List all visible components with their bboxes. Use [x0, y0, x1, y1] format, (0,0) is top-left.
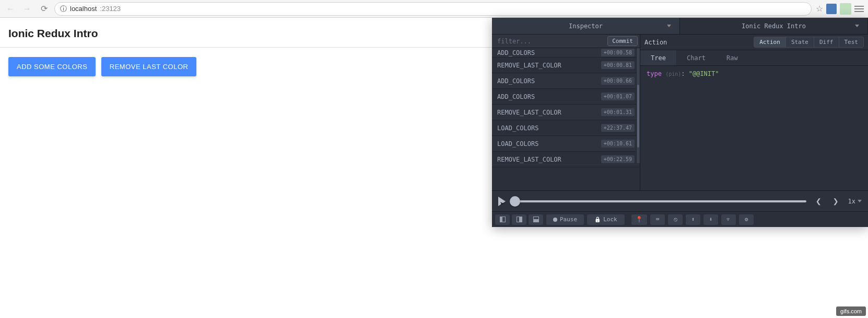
action-time: +00:01.31: [601, 108, 635, 116]
settings-button[interactable]: ⚙: [739, 214, 754, 225]
action-name: REMOVE_LAST_COLOR: [497, 109, 561, 116]
bottom-toolbar: Pause Lock 📍 ⌨ ⦸ ⬆ ⬇ ᯤ ⚙: [492, 211, 868, 227]
add-colors-button[interactable]: ADD SOME COLORS: [8, 57, 96, 76]
inspector-tab[interactable]: Inspector: [492, 18, 680, 34]
devtools-top-tabs: Inspector Ionic Redux Intro: [492, 18, 868, 35]
url-bar[interactable]: ⓘ localhost:23123: [54, 2, 812, 16]
tree-content: type (pin): "@@INIT": [640, 66, 868, 190]
format-tabs: Tree Chart Raw: [640, 50, 868, 66]
redux-devtools-panel: Inspector Ionic Redux Intro Commit ADD_C…: [492, 18, 868, 227]
layout-right-icon: [517, 217, 522, 222]
bookmark-star-icon[interactable]: ☆: [816, 4, 823, 14]
format-chart-tab[interactable]: Chart: [676, 50, 716, 65]
actions-scrollbar[interactable]: [636, 48, 640, 163]
action-row[interactable]: LOAD_COLORS +00:10.61: [492, 136, 640, 152]
commit-button[interactable]: Commit: [607, 36, 638, 46]
action-row[interactable]: REMOVE_LAST_COLOR +00:00.81: [492, 58, 640, 73]
actions-list[interactable]: ADD_COLORS +00:00.58 REMOVE_LAST_COLOR +…: [492, 48, 640, 190]
action-name: LOAD_COLORS: [497, 140, 538, 147]
pin-button[interactable]: 📍: [631, 214, 647, 225]
step-back-button[interactable]: ❮: [814, 196, 824, 207]
lock-changes-button[interactable]: Lock: [587, 214, 625, 225]
actions-pane: Commit ADD_COLORS +00:00.58 REMOVE_LAST_…: [492, 35, 640, 190]
action-row[interactable]: ADD_COLORS +00:01.07: [492, 89, 640, 105]
action-row[interactable]: REMOVE_LAST_COLOR +00:22.59: [492, 152, 640, 167]
playback-speed[interactable]: 1x: [848, 198, 862, 205]
inspector-title: Action: [644, 39, 749, 46]
antenna-icon: ᯤ: [726, 216, 732, 223]
player-row: ➤ ❮ ❯ 1x: [492, 190, 868, 211]
remove-last-color-button[interactable]: REMOVE LAST COLOR: [101, 57, 197, 76]
info-icon: ⓘ: [60, 4, 67, 14]
action-name: LOAD_COLORS: [497, 124, 538, 132]
view-test-button[interactable]: Test: [839, 37, 864, 47]
format-tree-tab[interactable]: Tree: [640, 50, 676, 65]
extension-icon[interactable]: [826, 4, 837, 14]
view-state-button[interactable]: State: [786, 37, 814, 47]
download-icon: ⬇: [709, 216, 713, 223]
layout-left-button[interactable]: [495, 214, 510, 225]
page-body: Ionic Redux Intro ADD SOME COLORS REMOVE…: [0, 18, 868, 318]
lock-icon: [594, 216, 601, 223]
dispatch-button[interactable]: ⌨: [650, 214, 665, 225]
tree-line[interactable]: type (pin): "@@INIT": [647, 70, 862, 77]
remote-button[interactable]: ᯤ: [721, 214, 736, 225]
pause-label: Pause: [560, 216, 577, 223]
action-name: ADD_COLORS: [497, 77, 535, 85]
inspector-pane: Action Action State Diff Test Tree Chart…: [640, 35, 868, 190]
browser-chrome: ← → ⟳ ⓘ localhost:23123 ☆: [0, 0, 868, 18]
action-name: REMOVE_LAST_COLOR: [497, 62, 561, 69]
back-button[interactable]: ←: [4, 3, 17, 15]
pin-icon: 📍: [636, 216, 643, 223]
reload-button[interactable]: ⟳: [38, 3, 50, 15]
inspector-tab-label: Inspector: [569, 22, 603, 30]
gear-icon: ⚙: [745, 216, 748, 223]
filter-input[interactable]: [492, 38, 607, 45]
action-time: +22:37.47: [601, 124, 635, 132]
instance-tab[interactable]: Ionic Redux Intro: [680, 18, 868, 34]
clock-off-icon: ⦸: [674, 216, 677, 223]
layout-bottom-icon: [533, 217, 539, 222]
record-dot-icon: [553, 218, 557, 222]
time-slider[interactable]: [515, 200, 806, 202]
step-forward-button[interactable]: ❯: [831, 196, 841, 207]
filter-row: Commit: [492, 35, 640, 48]
action-time: +00:00.81: [601, 61, 635, 69]
chrome-menu-icon[interactable]: [854, 4, 864, 14]
export-button[interactable]: ⬆: [686, 214, 700, 225]
layout-right-button[interactable]: [512, 214, 526, 225]
url-host: localhost: [70, 5, 97, 13]
action-row[interactable]: LOAD_COLORS +22:37.47: [492, 120, 640, 136]
url-port: :23123: [100, 5, 121, 13]
action-name: ADD_COLORS: [497, 93, 535, 100]
import-button[interactable]: ⬇: [703, 214, 718, 225]
play-button[interactable]: [498, 197, 506, 206]
action-row[interactable]: ADD_COLORS +00:00.66: [492, 73, 640, 89]
inspector-head: Action Action State Diff Test: [640, 35, 868, 50]
layout-bottom-button[interactable]: [529, 214, 543, 225]
keyboard-icon: ⌨: [656, 216, 660, 223]
watermark: gifs.com: [836, 306, 866, 316]
layout-left-icon: [500, 217, 506, 222]
slider-thumb[interactable]: [510, 196, 520, 207]
pause-recording-button[interactable]: Pause: [546, 214, 584, 225]
action-row[interactable]: REMOVE_LAST_COLOR +00:01.31: [492, 105, 640, 120]
scrollbar-thumb[interactable]: [637, 85, 639, 147]
action-time: +00:00.66: [601, 77, 635, 85]
forward-button[interactable]: →: [21, 3, 33, 15]
tree-value: "@@INIT": [689, 70, 719, 77]
view-action-button[interactable]: Action: [754, 37, 786, 47]
profile-avatar-icon[interactable]: [840, 3, 851, 15]
pin-label[interactable]: (pin): [665, 71, 681, 77]
view-diff-button[interactable]: Diff: [814, 37, 839, 47]
format-raw-tab[interactable]: Raw: [716, 50, 748, 65]
action-time: +00:00.58: [601, 49, 635, 56]
action-time: +00:22.59: [601, 155, 635, 163]
action-row[interactable]: ADD_COLORS +00:00.58: [492, 48, 640, 58]
view-buttons: Action State Diff Test: [754, 37, 864, 48]
persist-button[interactable]: ⦸: [668, 214, 683, 225]
action-time: +00:01.07: [601, 93, 635, 100]
upload-icon: ⬆: [691, 216, 695, 223]
action-name: ADD_COLORS: [497, 49, 535, 56]
lock-label: Lock: [603, 216, 617, 223]
